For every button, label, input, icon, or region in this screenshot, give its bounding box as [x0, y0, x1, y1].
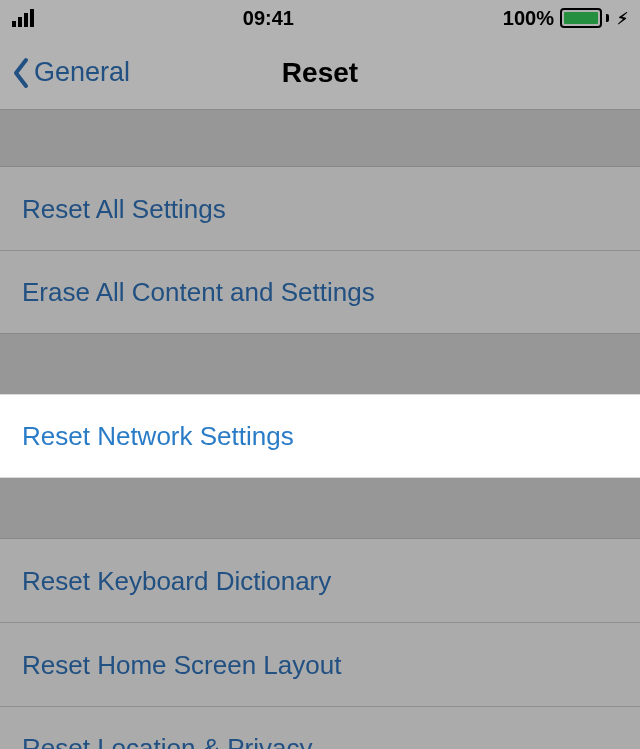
row-label: Reset Location & Privacy [22, 735, 312, 749]
reset-location-privacy-row[interactable]: Reset Location & Privacy [0, 706, 640, 749]
reset-home-screen-row[interactable]: Reset Home Screen Layout [0, 622, 640, 706]
row-label: Reset All Settings [22, 196, 226, 222]
status-left [12, 9, 34, 27]
status-right: 100% ⚡︎ [503, 7, 628, 30]
status-time: 09:41 [243, 7, 294, 30]
back-label: General [34, 57, 130, 88]
chevron-left-icon [12, 57, 32, 89]
reset-all-settings-row[interactable]: Reset All Settings [0, 166, 640, 250]
page-title: Reset [282, 57, 358, 89]
row-label: Reset Keyboard Dictionary [22, 568, 331, 594]
status-bar: 09:41 100% ⚡︎ [0, 0, 640, 36]
cellular-signal-icon [12, 9, 34, 27]
section-gap [0, 478, 640, 538]
reset-network-settings-row[interactable]: Reset Network Settings [0, 394, 640, 478]
back-button[interactable]: General [12, 57, 130, 89]
section-gap [0, 110, 640, 166]
reset-keyboard-dictionary-row[interactable]: Reset Keyboard Dictionary [0, 538, 640, 622]
charging-icon: ⚡︎ [617, 9, 628, 28]
battery-percentage: 100% [503, 7, 554, 30]
navigation-bar: General Reset [0, 36, 640, 110]
content: Reset All Settings Erase All Content and… [0, 110, 640, 749]
erase-all-content-row[interactable]: Erase All Content and Settings [0, 250, 640, 334]
row-label: Reset Home Screen Layout [22, 652, 341, 678]
row-label: Reset Network Settings [22, 423, 294, 449]
section-gap [0, 334, 640, 394]
battery-icon [560, 8, 609, 28]
row-label: Erase All Content and Settings [22, 279, 375, 305]
